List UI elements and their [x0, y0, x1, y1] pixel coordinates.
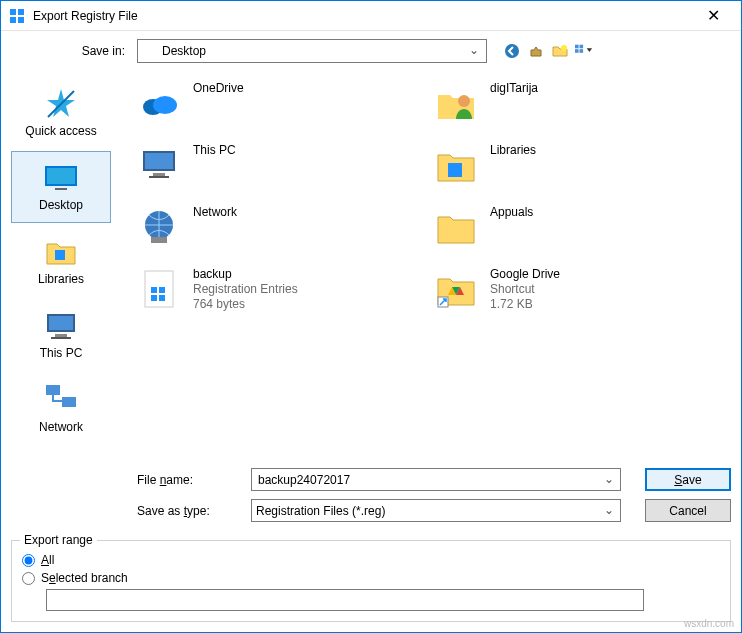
place-label: Network — [39, 420, 83, 434]
list-item[interactable]: digITarija — [434, 77, 731, 139]
desktop-icon — [41, 158, 81, 198]
svg-rect-34 — [151, 237, 167, 243]
svg-rect-29 — [145, 153, 173, 169]
save-as-type-label: Save as type: — [137, 504, 243, 518]
save-as-type-combo[interactable]: Registration Files (*.reg) — [251, 499, 621, 522]
place-label: Libraries — [38, 272, 84, 286]
user-folder-icon — [434, 81, 478, 125]
place-libraries[interactable]: Libraries — [11, 225, 111, 297]
item-size: 764 bytes — [193, 297, 298, 312]
view-menu-icon[interactable] — [575, 42, 593, 60]
list-item[interactable]: This PC — [137, 139, 434, 201]
place-desktop[interactable]: Desktop — [11, 151, 111, 223]
dialog-body: Quick access Desktop Libraries This PC N… — [1, 71, 741, 540]
up-icon[interactable] — [527, 42, 545, 60]
reg-file-icon — [137, 267, 181, 311]
item-name: This PC — [193, 143, 236, 158]
svg-rect-1 — [18, 9, 24, 15]
save-in-label: Save in: — [1, 44, 131, 58]
svg-rect-12 — [580, 49, 584, 53]
radio-all[interactable] — [22, 554, 35, 567]
new-folder-icon[interactable] — [551, 42, 569, 60]
close-button[interactable]: ✕ — [693, 1, 733, 31]
svg-rect-11 — [575, 49, 579, 53]
export-range-group: Export range All Selected branch — [11, 540, 731, 622]
selected-branch-input[interactable] — [46, 589, 644, 611]
list-item[interactable]: Network — [137, 201, 434, 263]
svg-rect-16 — [47, 168, 75, 184]
back-icon[interactable] — [503, 42, 521, 60]
list-item[interactable]: Libraries — [434, 139, 731, 201]
item-name: Network — [193, 205, 237, 220]
save-in-combo[interactable]: Desktop — [137, 39, 487, 63]
libraries-icon — [41, 232, 81, 272]
place-quick-access[interactable]: Quick access — [11, 77, 111, 149]
svg-rect-37 — [159, 287, 165, 293]
place-label: Desktop — [39, 198, 83, 212]
svg-rect-39 — [159, 295, 165, 301]
export-range-selected-branch[interactable]: Selected branch — [22, 571, 720, 585]
svg-point-8 — [561, 45, 567, 51]
filename-label: File name: — [137, 473, 243, 487]
folder-icon — [434, 205, 478, 249]
save-in-row: Save in: Desktop — [1, 31, 741, 71]
svg-rect-10 — [580, 45, 584, 49]
save-button[interactable]: Save — [645, 468, 731, 491]
export-range-legend: Export range — [20, 533, 97, 547]
place-network[interactable]: Network — [11, 373, 111, 445]
svg-point-27 — [458, 95, 470, 107]
svg-point-7 — [505, 44, 519, 58]
list-item[interactable]: Appuals — [434, 201, 731, 263]
list-item[interactable]: Google Drive Shortcut 1.72 KB — [434, 263, 731, 325]
fields-area: File name: Save Save as type: Registrati… — [137, 462, 731, 540]
item-name: digITarija — [490, 81, 538, 96]
svg-rect-18 — [55, 250, 65, 260]
item-name: Libraries — [490, 143, 536, 158]
file-list[interactable]: OneDrive digITarija This PC Libraries Ne… — [137, 77, 731, 462]
svg-point-26 — [153, 96, 177, 114]
item-type: Registration Entries — [193, 282, 298, 297]
place-label: Quick access — [25, 124, 96, 138]
titlebar: Export Registry File ✕ — [1, 1, 741, 31]
svg-rect-3 — [18, 17, 24, 23]
filename-combo[interactable] — [251, 468, 621, 491]
window-title: Export Registry File — [33, 9, 693, 23]
item-name: OneDrive — [193, 81, 244, 96]
quick-access-icon — [41, 84, 81, 124]
svg-rect-31 — [149, 176, 169, 178]
place-label: This PC — [40, 346, 83, 360]
network-icon — [41, 380, 81, 420]
list-item[interactable]: OneDrive — [137, 77, 434, 139]
regedit-icon — [9, 8, 25, 24]
svg-rect-38 — [151, 295, 157, 301]
svg-rect-17 — [55, 188, 67, 190]
filename-input[interactable] — [256, 472, 616, 488]
this-pc-icon — [41, 306, 81, 346]
radio-selected-branch[interactable] — [22, 572, 35, 585]
libraries-icon — [434, 143, 478, 187]
svg-rect-32 — [448, 163, 462, 177]
svg-rect-9 — [575, 45, 579, 49]
svg-rect-22 — [51, 337, 71, 339]
item-name: Google Drive — [490, 267, 560, 282]
svg-rect-30 — [153, 173, 165, 176]
place-this-pc[interactable]: This PC — [11, 299, 111, 371]
svg-rect-36 — [151, 287, 157, 293]
network-globe-icon — [137, 205, 181, 249]
item-name: Appuals — [490, 205, 533, 220]
save-as-type-value: Registration Files (*.reg) — [256, 504, 385, 518]
svg-rect-23 — [46, 385, 60, 395]
file-area: OneDrive digITarija This PC Libraries Ne… — [121, 71, 741, 540]
svg-rect-0 — [10, 9, 16, 15]
attribution-text: wsxdn.com — [684, 618, 734, 629]
cancel-button[interactable]: Cancel — [645, 499, 731, 522]
places-bar: Quick access Desktop Libraries This PC N… — [1, 71, 121, 540]
item-name: backup — [193, 267, 298, 282]
svg-rect-21 — [55, 334, 67, 337]
export-range-all[interactable]: All — [22, 553, 720, 567]
list-item[interactable]: backup Registration Entries 764 bytes — [137, 263, 434, 325]
this-pc-icon — [137, 143, 181, 187]
save-in-select[interactable]: Desktop — [137, 39, 487, 63]
item-size: 1.72 KB — [490, 297, 560, 312]
svg-rect-2 — [10, 17, 16, 23]
